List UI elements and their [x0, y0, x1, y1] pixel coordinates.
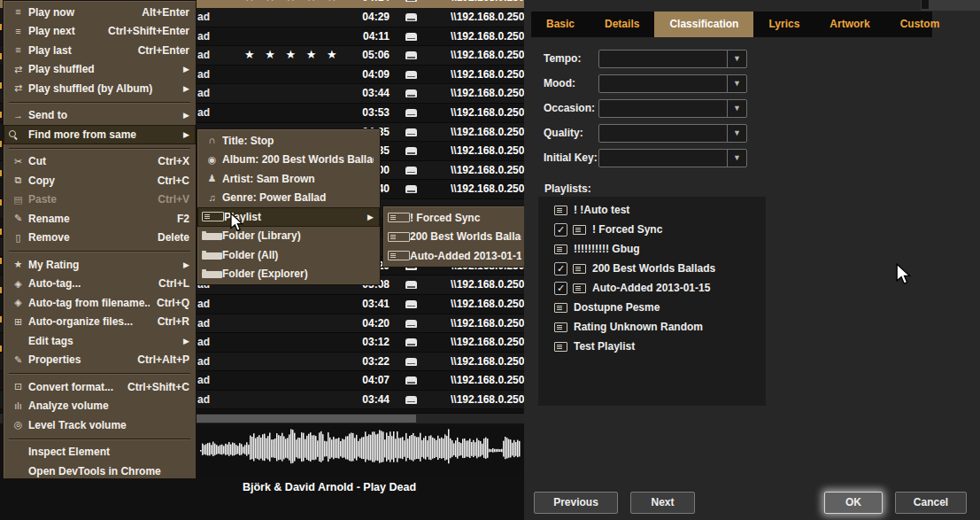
playlist-list-item[interactable]: 200 Best Worlds Ballads: [538, 259, 766, 278]
tab[interactable]: Classification: [654, 12, 753, 37]
chevron-down-icon[interactable]: ▼: [727, 75, 746, 92]
menu-item-shortcut: Ctrl+Enter: [138, 44, 189, 57]
track-path: \\192.168.0.250: [451, 317, 524, 330]
chevron-down-icon[interactable]: ▼: [727, 150, 746, 167]
playlist-icon: [202, 212, 224, 221]
menu-item[interactable]: ★ My Rating ▶: [4, 255, 196, 275]
menu-item[interactable]: ılı Analyze volume: [4, 397, 196, 416]
menu-item[interactable]: ◉ Album: 200 Best Worlds Ballads: [197, 151, 380, 170]
menu-item[interactable]: ◈ Auto-tag from filename... Ctrl+Q: [4, 293, 196, 313]
dropdown-select[interactable]: ▼: [598, 149, 747, 167]
menu-item-shortcut: Ctrl+Shift+C: [127, 381, 189, 393]
previous-button[interactable]: Previous: [534, 492, 618, 514]
menu-item[interactable]: [4, 98, 196, 106]
menu-item[interactable]: ≡ Play now Alt+Enter: [4, 3, 196, 22]
menu-item[interactable]: ! Forced Sync: [383, 208, 528, 228]
menu-item[interactable]: ⇄ Play shuffled ▶: [4, 60, 196, 80]
menu-item[interactable]: ≡ Play next Ctrl+Shift+Enter: [4, 22, 196, 42]
menu-item[interactable]: [4, 369, 196, 377]
auto-playlist-icon: [554, 342, 567, 352]
window-titlebar-fragment: [921, 0, 980, 11]
checkbox[interactable]: [554, 223, 567, 237]
tab[interactable]: Details: [590, 12, 654, 37]
menu-item-shortcut: Alt+Enter: [142, 6, 189, 19]
dropdown-select[interactable]: ▼: [598, 50, 747, 68]
menu-item[interactable]: ✎ Properties Ctrl+Alt+P: [4, 351, 196, 370]
next-button[interactable]: Next: [630, 492, 695, 514]
menu-item[interactable]: ▯ Remove Delete: [4, 229, 196, 248]
playlist-icon: [388, 232, 410, 242]
menu-item-label: Play shuffled (by Album): [28, 82, 181, 95]
ok-button[interactable]: OK: [824, 492, 883, 514]
menu-item-label: Find more from same: [28, 128, 181, 141]
menu-item[interactable]: ⇄ Play shuffled (by Album) ▶: [4, 79, 196, 98]
playlist-name: Test Playlist: [574, 340, 635, 353]
menu-item-label: Level Track volume: [28, 419, 189, 431]
tab[interactable]: Artwork: [814, 12, 884, 37]
menu-item[interactable]: ◎ Level Track volume: [4, 415, 196, 435]
menu-item[interactable]: Edit tags ▶: [4, 331, 196, 351]
menu-item[interactable]: 200 Best Worlds Ballads: [383, 228, 528, 247]
playlist-list-item[interactable]: ! Forced Sync: [538, 220, 766, 239]
menu-item[interactable]: [4, 144, 196, 152]
menu-item[interactable]: ♟ Artist: Sam Brown: [197, 169, 380, 189]
menu-item[interactable]: Find more from same ▶: [4, 125, 196, 144]
dropdown-select[interactable]: ▼: [598, 74, 747, 93]
menu-item[interactable]: Folder (Library): [197, 227, 380, 246]
menu-item[interactable]: ∩ Title: Stop: [197, 131, 380, 151]
menu-item-label: Auto-organize files...: [28, 315, 150, 328]
chevron-down-icon[interactable]: ▼: [727, 125, 746, 142]
menu-item[interactable]: [4, 435, 196, 443]
playlist-list-item[interactable]: !!!!!!!!!! Gbug: [538, 239, 766, 259]
track-duration: 03:22: [335, 355, 390, 368]
track-rating[interactable]: ★ ★ ★ ★ ★: [244, 0, 341, 4]
playlist-name: Rating Unknown Random: [574, 321, 703, 333]
scrollbar-thumb[interactable]: [197, 415, 416, 423]
waveform-graphic: [197, 427, 524, 478]
playlist-list-item[interactable]: Auto-Added 2013-01-15: [538, 278, 766, 298]
left-edge-tick: [0, 53, 2, 59]
field-row: Tempo: ▼: [544, 46, 836, 71]
tab[interactable]: Basic: [531, 12, 590, 37]
menu-item[interactable]: ✎ Rename F2: [4, 209, 196, 229]
menu-item[interactable]: ✂ Cut Ctrl+X: [4, 152, 196, 172]
menu-item[interactable]: Auto-Added 2013-01-15: [383, 246, 528, 266]
menu-item[interactable]: ◈ Auto-tag... Ctrl+L: [4, 275, 196, 294]
menu-item[interactable]: [4, 247, 196, 255]
menu-item[interactable]: ⊡ Convert format... Ctrl+Shift+C: [4, 377, 196, 397]
tab[interactable]: Lyrics: [753, 12, 814, 37]
menu-item[interactable]: ⧉ Copy Ctrl+C: [4, 171, 196, 190]
chevron-down-icon[interactable]: ▼: [727, 100, 746, 117]
menu-item[interactable]: ⊞ Auto-organize files... Ctrl+R: [4, 313, 196, 332]
menu-item[interactable]: Folder (All): [197, 245, 380, 265]
menu-item-shortcut: Ctrl+Q: [157, 297, 189, 309]
playlist-list-item[interactable]: Dostupne Pesme: [538, 298, 766, 317]
dropdown-select[interactable]: ▼: [598, 99, 747, 118]
playlist-list-item[interactable]: Rating Unknown Random: [538, 317, 766, 337]
left-edge-tick: [0, 170, 2, 176]
checkbox[interactable]: [554, 282, 567, 295]
track-path: \\192.168.0.250: [451, 355, 524, 368]
checkbox[interactable]: [554, 262, 567, 276]
track-duration: 04:14: [335, 0, 390, 4]
cancel-button[interactable]: Cancel: [895, 492, 967, 514]
menu-item[interactable]: → Send to ▶: [4, 106, 196, 126]
menu-item[interactable]: ♫ Genre: Power Ballad: [197, 189, 380, 208]
organize-icon: ⊞: [8, 317, 28, 327]
menu-item[interactable]: Folder (Explorer): [197, 265, 380, 284]
menu-item-label: Copy: [28, 175, 150, 187]
chevron-down-icon[interactable]: ▼: [727, 50, 746, 67]
menu-item[interactable]: Playlist ▶: [197, 207, 380, 227]
menu-item[interactable]: Open DevTools in Chrome: [4, 462, 196, 481]
dropdown-select[interactable]: ▼: [598, 124, 747, 143]
track-path: \\192.168.0.250: [451, 374, 524, 386]
menu-item[interactable]: Inspect Element: [4, 443, 196, 462]
playlist-list-item[interactable]: ! !Auto test: [538, 200, 766, 220]
waveform-seekbar[interactable]: [197, 427, 524, 478]
track-rating[interactable]: ★ ★ ★ ★ ★: [244, 48, 341, 61]
playlist-list-item[interactable]: Test Playlist: [538, 337, 766, 356]
track-duration: 03:53: [335, 106, 390, 119]
menu-item[interactable]: ≡ Play last Ctrl+Enter: [4, 41, 196, 60]
tab[interactable]: Custom: [885, 12, 955, 37]
menu-item[interactable]: ▤ Paste Ctrl+V: [4, 190, 196, 210]
